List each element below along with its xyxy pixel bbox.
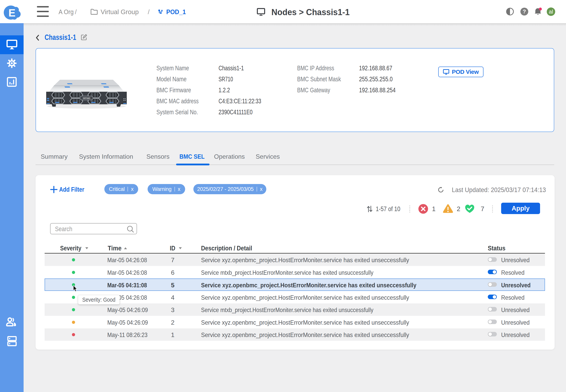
svg-text:E: E <box>8 7 15 19</box>
svg-text:senao: senao <box>83 97 90 99</box>
svg-text:?: ? <box>523 9 526 14</box>
